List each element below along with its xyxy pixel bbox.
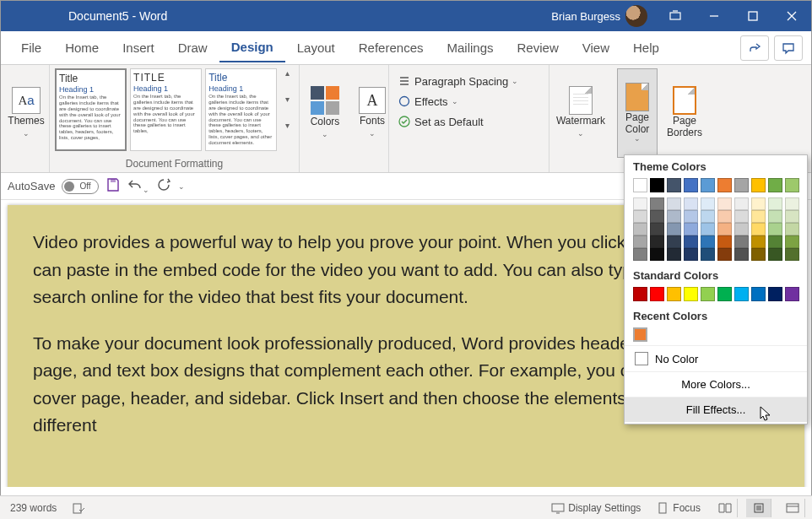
minimize-button[interactable] [695,1,734,31]
color-swatch[interactable] [701,235,715,248]
watermark-button[interactable]: Watermark⌄ [555,68,607,158]
color-swatch[interactable] [751,287,766,301]
style-card[interactable]: TitleHeading 1On the Insert tab, the gal… [205,68,277,151]
tab-references[interactable]: References [347,34,436,62]
color-swatch[interactable] [785,178,799,192]
tab-home[interactable]: Home [53,34,111,62]
user-account[interactable]: Brian Burgess [551,5,647,27]
tab-mailings[interactable]: Mailings [436,34,506,62]
page-borders-button[interactable]: Page Borders [664,68,705,158]
color-swatch[interactable] [785,235,799,248]
color-swatch[interactable] [717,248,732,261]
undo-button[interactable]: ⌄ [127,177,149,195]
no-color-button[interactable]: No Color [625,345,807,371]
color-swatch[interactable] [633,327,647,342]
color-swatch[interactable] [684,197,698,210]
color-swatch[interactable] [650,223,664,235]
color-swatch[interactable] [684,235,698,248]
tab-design[interactable]: Design [219,33,285,62]
color-swatch[interactable] [701,197,715,210]
style-card[interactable]: TitleHeading 1On the Insert tab, the gal… [55,68,127,151]
focus-button[interactable]: Focus [652,501,704,515]
color-swatch[interactable] [717,223,732,235]
color-swatch[interactable] [768,248,782,261]
share-button[interactable] [740,35,769,61]
color-swatch[interactable] [633,197,647,210]
autosave-toggle[interactable]: Off [62,179,99,194]
tab-insert[interactable]: Insert [111,34,166,62]
comments-button[interactable] [774,35,803,61]
maximize-button[interactable] [734,1,772,31]
color-swatch[interactable] [667,178,681,192]
color-swatch[interactable] [768,210,782,223]
qat-customize-button[interactable]: ⌄ [178,182,185,191]
effects-button[interactable]: Effects⌄ [394,92,462,111]
tab-review[interactable]: Review [506,34,571,62]
color-swatch[interactable] [717,210,732,223]
color-swatch[interactable] [701,223,715,235]
set-as-default-button[interactable]: Set as Default [394,112,487,131]
color-swatch[interactable] [667,235,681,248]
color-swatch[interactable] [785,248,799,261]
fonts-button[interactable]: A Fonts⌄ [352,68,392,158]
color-swatch[interactable] [717,235,732,248]
color-swatch[interactable] [734,197,749,210]
color-swatch[interactable] [650,197,664,210]
color-swatch[interactable] [667,197,681,210]
color-swatch[interactable] [684,287,698,301]
color-swatch[interactable] [633,210,647,223]
color-swatch[interactable] [768,197,782,210]
color-swatch[interactable] [734,248,749,261]
color-swatch[interactable] [734,178,749,192]
tab-draw[interactable]: Draw [166,34,219,62]
color-swatch[interactable] [684,223,698,235]
color-swatch[interactable] [650,178,664,192]
style-gallery-more-button[interactable]: ▴▾▾ [280,68,294,135]
style-gallery[interactable]: TitleHeading 1On the Insert tab, the gal… [55,68,294,158]
fill-effects-button[interactable]: Fill Effects... [625,397,807,422]
color-swatch[interactable] [650,210,664,223]
color-swatch[interactable] [785,287,799,301]
display-settings-button[interactable]: Display Settings [548,501,644,515]
color-swatch[interactable] [650,235,664,248]
color-swatch[interactable] [701,178,715,192]
color-swatch[interactable] [701,248,715,261]
ribbon-display-options-button[interactable] [656,1,695,31]
color-swatch[interactable] [717,287,732,301]
color-swatch[interactable] [768,287,782,301]
color-swatch[interactable] [751,235,766,248]
page-color-button[interactable]: Page Color⌄ [617,68,658,158]
paragraph-spacing-button[interactable]: Paragraph Spacing⌄ [394,72,522,90]
color-swatch[interactable] [734,210,749,223]
color-swatch[interactable] [701,287,715,301]
close-button[interactable] [772,1,811,31]
color-swatch[interactable] [734,235,749,248]
word-count[interactable]: 239 words [7,502,60,514]
color-swatch[interactable] [667,210,681,223]
color-swatch[interactable] [768,178,782,192]
read-mode-button[interactable] [712,499,738,517]
colors-button[interactable]: Colors⌄ [305,68,345,158]
color-swatch[interactable] [751,248,766,261]
redo-button[interactable] [156,177,171,195]
more-colors-button[interactable]: More Colors... [625,371,807,397]
color-swatch[interactable] [751,178,766,192]
color-swatch[interactable] [768,223,782,235]
color-swatch[interactable] [633,178,647,192]
print-layout-button[interactable] [746,499,771,517]
color-swatch[interactable] [684,178,698,192]
color-swatch[interactable] [717,178,732,192]
color-swatch[interactable] [717,197,732,210]
color-swatch[interactable] [650,287,664,301]
color-swatch[interactable] [633,223,647,235]
style-card[interactable]: TITLEHeading 1On the Insert tab, the gal… [130,68,202,151]
color-swatch[interactable] [684,210,698,223]
color-swatch[interactable] [785,210,799,223]
color-swatch[interactable] [734,287,749,301]
tab-layout[interactable]: Layout [285,34,347,62]
color-swatch[interactable] [751,210,766,223]
color-swatch[interactable] [785,197,799,210]
spell-check-button[interactable] [68,501,89,515]
color-swatch[interactable] [768,235,782,248]
color-swatch[interactable] [667,248,681,261]
